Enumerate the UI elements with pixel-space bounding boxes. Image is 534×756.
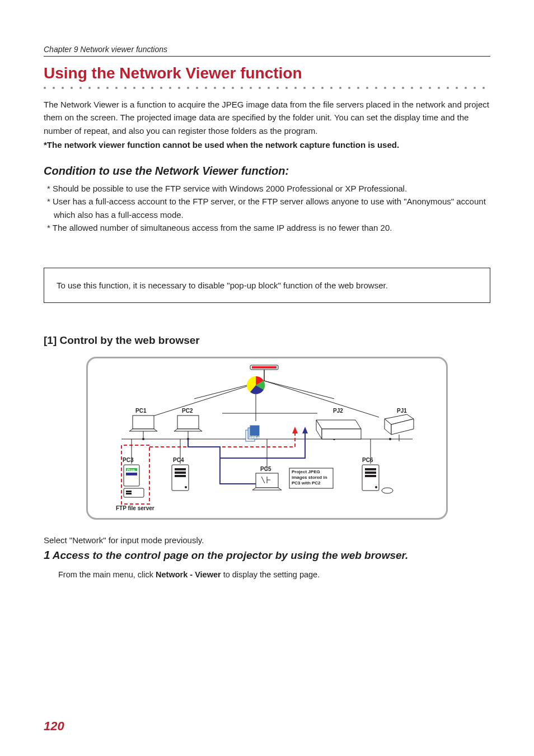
section-heading: [1] Control by the web browser xyxy=(44,334,490,347)
svg-rect-24 xyxy=(126,491,132,492)
condition-heading: Condition to use the Network Viewer func… xyxy=(44,165,490,178)
label-pc2: PC2 xyxy=(182,408,193,414)
svg-point-13 xyxy=(389,438,391,440)
intro-bold: *The network viewer function cannot be u… xyxy=(44,138,490,151)
dotted-rule xyxy=(44,86,490,90)
label-pc6: PC6 xyxy=(362,457,373,463)
label-pj1: PJ1 xyxy=(397,408,407,414)
intro-paragraph: The Network Viewer is a function to acqu… xyxy=(44,98,490,137)
condition-item: * Should be possible to use the FTP serv… xyxy=(44,182,490,195)
condition-item: * The allowed number of simultaneous acc… xyxy=(44,221,490,234)
page-number: 120 xyxy=(44,719,64,734)
svg-rect-35 xyxy=(365,475,376,477)
svg-point-30 xyxy=(185,486,187,488)
jpeg-label: JPEG xyxy=(249,435,261,440)
prog-label: Prog. xyxy=(127,468,135,472)
svg-rect-7 xyxy=(177,416,199,429)
step-1: 1Access to the control page on the proje… xyxy=(44,548,490,562)
after-diagram-text: Select "Network" for input mode previous… xyxy=(44,535,490,545)
note-box: To use this function, it is necessary to… xyxy=(44,268,490,303)
label-pc4: PC4 xyxy=(173,457,184,463)
condition-item: * User has a full-access account to the … xyxy=(44,195,490,221)
label-pc5: PC5 xyxy=(260,466,271,472)
svg-point-37 xyxy=(382,488,393,493)
label-pc1: PC1 xyxy=(135,408,146,414)
note-text: To use this function, it is necessary to… xyxy=(57,281,388,290)
label-ftp: FTP file server xyxy=(116,505,154,511)
svg-point-10 xyxy=(142,438,144,440)
svg-rect-27 xyxy=(175,468,186,470)
svg-rect-33 xyxy=(365,468,376,470)
jpeg-label-2: JPEG xyxy=(127,494,136,497)
svg-rect-1 xyxy=(252,366,277,368)
svg-rect-29 xyxy=(175,475,186,477)
step-1-sub: From the main menu, click Network - View… xyxy=(58,570,490,579)
label-pj2: PJ2 xyxy=(333,408,343,414)
svg-marker-18 xyxy=(292,427,298,433)
network-diagram: PC1 PC2 PJ2 PJ1 PC3 PC4 PC5 PC6 FTP file… xyxy=(44,357,490,520)
step-1-text: Access to the control page on the projec… xyxy=(53,549,409,561)
page-root: Chapter 9 Network viewer functions Using… xyxy=(0,0,534,756)
svg-rect-5 xyxy=(133,416,154,429)
label-pc3: PC3 xyxy=(123,457,133,463)
diagram-svg xyxy=(88,358,446,518)
svg-rect-22 xyxy=(126,473,137,475)
svg-marker-19 xyxy=(302,427,308,433)
callout-line1: Project JPEG xyxy=(292,469,320,474)
callout-line2: images stored in xyxy=(292,475,327,480)
main-heading: Using the Network Viewer function xyxy=(44,64,490,82)
svg-point-36 xyxy=(375,486,377,488)
svg-rect-28 xyxy=(175,472,186,474)
svg-rect-34 xyxy=(365,472,376,474)
callout-line3: PC3 with PC2 xyxy=(292,480,321,486)
chapter-header: Chapter 9 Network viewer functions xyxy=(44,45,490,57)
